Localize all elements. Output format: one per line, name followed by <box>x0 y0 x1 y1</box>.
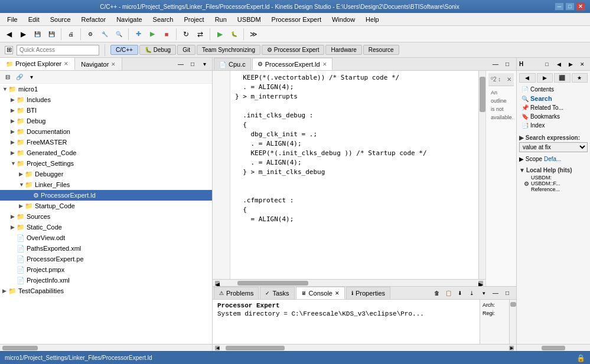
menu-edit[interactable]: Edit <box>24 15 44 24</box>
help-fwd-btn[interactable]: ▶ <box>537 73 553 83</box>
usbdm-help-item[interactable]: ⚙ USBDM:USBDM::F...Reference... <box>519 173 588 194</box>
toolbar-more[interactable]: ≫ <box>247 28 260 41</box>
code-scrollbar-h[interactable]: ◀ ▶ <box>213 279 485 286</box>
tree-item-processorexpert-ld[interactable]: ⚙ ProcessorExpert.ld <box>0 190 212 201</box>
toolbar-stop[interactable]: ■ <box>160 28 173 41</box>
perspective-hardware[interactable]: Hardware <box>325 45 361 55</box>
toolbar-debug[interactable]: 🐛 <box>227 28 240 41</box>
filter-btn[interactable]: ▾ <box>26 72 37 83</box>
help-home-btn[interactable]: ⬛ <box>554 73 571 83</box>
console-scroll-left[interactable]: ◀ <box>215 346 220 350</box>
help-bookmark-btn[interactable]: ★ <box>572 73 588 83</box>
console-minimize[interactable]: — <box>490 288 501 299</box>
toolbar-forward[interactable]: ▶ <box>17 28 30 41</box>
console-maximize[interactable]: □ <box>502 288 513 299</box>
quick-access-input[interactable] <box>17 45 99 55</box>
console-menu[interactable]: ▾ <box>478 288 489 299</box>
tree-item-startup-code[interactable]: ▶ 📁 Startup_Code <box>0 201 212 211</box>
toolbar-new[interactable]: ✚ <box>132 28 145 41</box>
tab-project-explorer[interactable]: 📁 Project Explorer ✕ <box>0 58 75 70</box>
menu-help[interactable]: Help <box>361 15 384 24</box>
right-nav-back[interactable]: ◀ <box>553 59 564 70</box>
help-contents[interactable]: 📄 Contents <box>519 85 588 94</box>
outline-close[interactable]: ✕ <box>507 76 511 83</box>
maximize-panel-btn[interactable]: □ <box>187 59 198 70</box>
collapse-all-btn[interactable]: ⊟ <box>2 72 13 83</box>
menu-navigate[interactable]: Navigate <box>112 15 146 24</box>
tree-scrollbar-h[interactable] <box>0 344 212 351</box>
toolbar-refresh[interactable]: ↻ <box>180 28 193 41</box>
console-clear[interactable]: 🗑 <box>431 288 442 299</box>
toolbar-save[interactable]: 💾 <box>31 28 44 41</box>
tab-problems[interactable]: ⚠ Problems <box>214 287 259 299</box>
menu-refactor[interactable]: Refactor <box>77 15 111 24</box>
tab-console[interactable]: 🖥 Console ✕ <box>296 287 345 299</box>
tree-item-project-settings[interactable]: ▼ 📁 Project_Settings <box>0 158 212 169</box>
scope-header[interactable]: ▶ Scope Defa... <box>519 155 588 163</box>
toolbar-settings[interactable]: ⚙ <box>84 28 97 41</box>
scroll-left-btn[interactable]: ◀ <box>215 281 220 286</box>
tree-item-freemaster[interactable]: ▶ 📁 FreeMASTER <box>0 137 212 147</box>
tab-cpu-c[interactable]: 📄 Cpu.c <box>214 58 251 70</box>
console-tab-close[interactable]: ✕ <box>335 290 340 296</box>
console-scroll[interactable]: ⬇ <box>455 288 465 299</box>
menu-processor-expert[interactable]: Processor Expert <box>267 15 326 24</box>
minimize-button[interactable]: ─ <box>555 2 564 11</box>
right-nav-fwd[interactable]: ▶ <box>565 59 576 70</box>
tree-item-overview-odt[interactable]: 📄 OverView.odt <box>0 232 212 243</box>
menu-search[interactable]: Search <box>148 15 178 24</box>
search-section-header[interactable]: ▶ Search expression: <box>519 133 588 142</box>
link-editor-btn[interactable]: 🔗 <box>14 72 25 83</box>
tree-item-sources[interactable]: ▶ 📁 Sources <box>0 211 212 222</box>
toolbar-print[interactable]: 🖨 <box>64 28 77 41</box>
perspective-proc-exp[interactable]: ⚙ Processor Expert <box>262 45 324 55</box>
tree-item-projectinfo-xml[interactable]: 📄 ProjectInfo.xml <box>0 275 212 286</box>
menu-file[interactable]: File <box>2 15 22 24</box>
help-bookmarks[interactable]: 🔖 Bookmarks <box>519 112 588 121</box>
right-outline-btn[interactable]: □ <box>542 59 552 70</box>
help-index[interactable]: 📑 Index <box>519 121 588 130</box>
help-back-btn[interactable]: ◀ <box>519 73 536 83</box>
tree-item-linker-files[interactable]: ▼ 📁 Linker_Files <box>0 179 212 190</box>
help-related[interactable]: 📌 Related To... <box>519 103 588 112</box>
tree-item-debugger[interactable]: ▶ 📁 Debugger <box>0 169 212 179</box>
toolbar-settings2[interactable]: 🔧 <box>98 28 111 41</box>
right-close[interactable]: ✕ <box>577 59 588 70</box>
editor-minimize[interactable]: — <box>490 59 501 70</box>
toolbar-back[interactable]: ◀ <box>2 28 15 41</box>
menu-source[interactable]: Source <box>45 15 76 24</box>
maximize-button[interactable]: □ <box>565 2 575 11</box>
console-scrollbar-v[interactable] <box>509 300 516 344</box>
tree-item-processorexpert-pe[interactable]: 📄 ProcessorExpert.pe <box>0 254 212 264</box>
tree-item-static-code[interactable]: ▶ 📁 Static_Code <box>0 222 212 232</box>
proj-exp-close[interactable]: ✕ <box>64 61 69 67</box>
console-body[interactable]: Processor Expert System directory = C:\F… <box>213 300 480 344</box>
perspective-cpp[interactable]: C/C++ <box>110 45 138 55</box>
minimize-panel-btn[interactable]: — <box>175 59 186 70</box>
editor-maximize[interactable]: □ <box>502 59 513 70</box>
console-scrollbar-h[interactable]: ◀ ▶ <box>213 344 516 351</box>
tree-item-pathsexported-xml[interactable]: 📄 PathsExported.xml <box>0 243 212 254</box>
tree-item-includes[interactable]: ▶ 📁 Includes <box>0 94 212 105</box>
toolbar-sync[interactable]: ⇄ <box>194 28 207 41</box>
toolbar-run[interactable]: ▶ <box>213 28 226 41</box>
console-copy[interactable]: 📋 <box>443 288 454 299</box>
menu-usbdm[interactable]: USBDM <box>233 15 266 24</box>
tab-properties[interactable]: ℹ Properties <box>346 287 390 299</box>
perspective-icon[interactable]: ⊞ <box>5 46 13 54</box>
console-scroll-right[interactable]: ▶ <box>509 346 514 350</box>
code-editor[interactable]: KEEP(*(.vectortable)) /* Startup code */… <box>230 71 478 279</box>
local-help-header[interactable]: ▼ Local Help (hits) <box>519 167 588 173</box>
perspective-debug[interactable]: 🐛 Debug <box>139 45 176 55</box>
menu-project[interactable]: Project <box>179 15 208 24</box>
menu-window[interactable]: Window <box>327 15 360 24</box>
tab-navigator[interactable]: Navigator ✕ <box>75 58 122 70</box>
tab-processorexpert-ld[interactable]: ⚙ ProcessorExpert.ld ✕ <box>252 58 333 70</box>
right-panel-scrollbar-h[interactable] <box>517 344 590 351</box>
help-search[interactable]: 🔍 Search <box>519 94 588 103</box>
console-scroll-end[interactable]: ⤓ <box>467 288 477 299</box>
tree-item-bti[interactable]: ▶ 📁 BTI <box>0 105 212 116</box>
tree-item-generated-code[interactable]: ▶ 📁 Generated_Code <box>0 147 212 158</box>
tree-item-project-pmpx[interactable]: 📄 Project.pmpx <box>0 264 212 275</box>
toolbar-search[interactable]: 🔍 <box>112 28 125 41</box>
